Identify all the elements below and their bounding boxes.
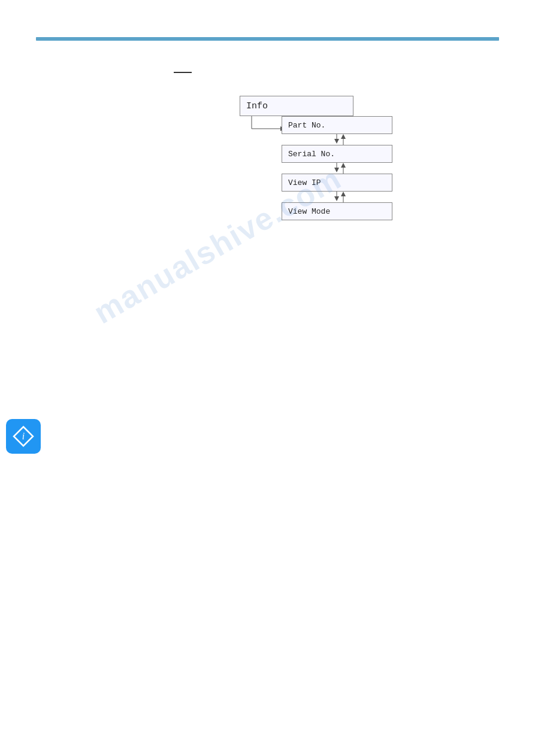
arrow-svg-2: [282, 163, 392, 174]
arrow-1: [282, 134, 392, 145]
part-no-item: Part No.: [282, 116, 392, 134]
arrow-3: [282, 192, 392, 202]
top-bar: [36, 37, 499, 41]
arrow-2: [282, 163, 392, 174]
info-label: Info: [246, 101, 268, 111]
svg-marker-12: [334, 196, 339, 201]
svg-marker-6: [341, 134, 346, 139]
svg-marker-8: [334, 168, 339, 172]
part-no-label: Part No.: [288, 121, 325, 130]
serial-no-label: Serial No.: [288, 150, 335, 159]
serial-no-item: Serial No.: [282, 145, 392, 163]
svg-marker-4: [334, 139, 339, 144]
view-mode-label: View Mode: [288, 207, 330, 216]
sub-items-container: Part No. Serial No.: [282, 116, 392, 220]
arrow-svg-1: [282, 134, 392, 145]
info-badge-icon: i: [13, 426, 34, 447]
view-ip-item: View IP: [282, 174, 392, 192]
view-ip-label: View IP: [288, 178, 321, 187]
view-mode-item: View Mode: [282, 202, 392, 220]
info-badge[interactable]: i: [6, 419, 41, 454]
arrow-svg-3: [282, 192, 392, 202]
info-box: Info: [240, 96, 353, 116]
decorative-line: [174, 72, 192, 73]
svg-marker-14: [341, 192, 346, 196]
svg-text:i: i: [22, 431, 25, 441]
svg-marker-10: [341, 163, 346, 168]
